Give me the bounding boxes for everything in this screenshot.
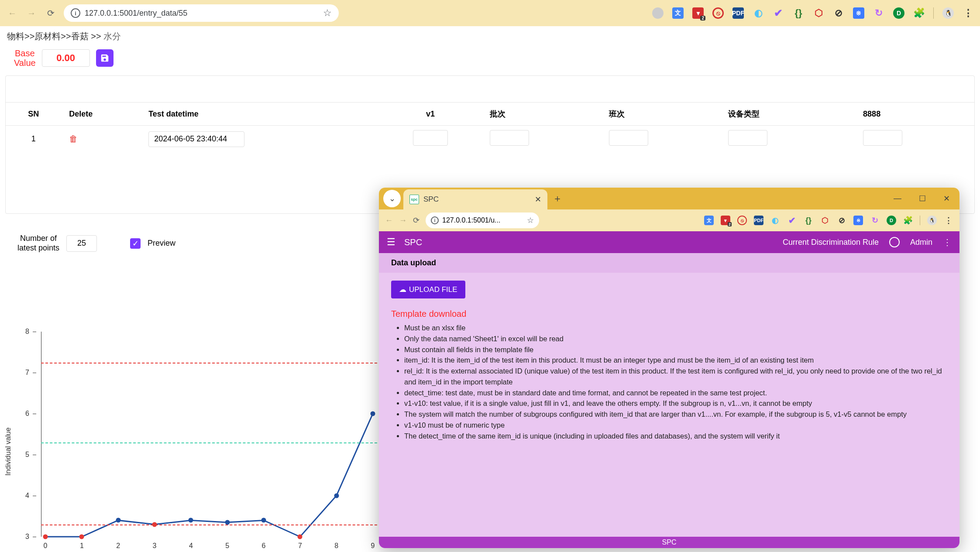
v1-input[interactable] <box>413 130 448 146</box>
chart-point[interactable] <box>225 520 230 525</box>
popup-reload-button[interactable]: ⟳ <box>413 216 420 225</box>
datetime-input[interactable]: 2024-06-05 23:40:44 <box>148 131 244 147</box>
new-tab-button[interactable]: ＋ <box>553 192 562 205</box>
chart-point[interactable] <box>334 494 339 498</box>
upload-button-label: UPLOAD FILE <box>409 285 457 294</box>
ext-icon-history[interactable]: ↻ <box>873 7 884 19</box>
chart-point[interactable] <box>116 518 120 523</box>
base-value-input[interactable]: 0.00 <box>42 49 90 67</box>
hamburger-menu-icon[interactable]: ☰ <box>387 237 395 248</box>
ext-icon-grey-circle[interactable] <box>652 7 664 19</box>
chart-point[interactable] <box>261 518 266 523</box>
ext-icon-green-d[interactable]: D <box>893 7 904 19</box>
chart-point[interactable] <box>152 522 157 527</box>
x-tick: 2 <box>116 542 120 550</box>
cell-device <box>720 126 855 153</box>
ext-icon-shield[interactable]: ⬡ <box>813 7 824 19</box>
num-points-input[interactable]: 25 <box>66 235 97 252</box>
ext-icon-green-braces[interactable]: {} <box>804 216 813 225</box>
popup-bookmark-star-icon[interactable]: ☆ <box>527 216 534 225</box>
maximize-icon[interactable]: ☐ <box>919 194 926 203</box>
panel-title: Data upload <box>379 253 959 273</box>
browser-menu-icon[interactable]: ⋮ <box>963 7 974 19</box>
ext-icon-blue-square[interactable]: ※ <box>853 7 864 19</box>
browser-tab[interactable]: spc SPC ✕ <box>403 189 547 209</box>
rules-list: Must be an xlsx fileOnly the data named … <box>404 322 947 441</box>
breadcrumb-seg-3[interactable]: 香菇 <box>71 31 89 41</box>
cell-8888 <box>855 126 974 153</box>
y-tick: 4 <box>25 492 29 500</box>
ext-icon-red-badge[interactable]: ▾2 <box>692 7 704 19</box>
app-title: SPC <box>404 237 422 247</box>
minimize-icon[interactable]: ― <box>894 194 901 203</box>
ext-icon-translate[interactable]: 文 <box>672 7 684 19</box>
bookmark-star-icon[interactable]: ☆ <box>323 7 332 19</box>
profile-avatar-icon[interactable]: 🐧 <box>942 7 954 19</box>
cell-shift <box>601 126 720 153</box>
theme-palette-icon[interactable] <box>889 237 900 247</box>
popup-titlebar[interactable]: ⌄ spc SPC ✕ ＋ ― ☐ ✕ <box>379 188 959 209</box>
ext-icon-blue-square[interactable]: ※ <box>853 216 863 225</box>
app-menu-icon[interactable]: ⋮ <box>943 237 952 247</box>
tab-search-button[interactable]: ⌄ <box>383 190 401 207</box>
c8888-input[interactable] <box>863 130 902 146</box>
cell-batch <box>482 126 601 153</box>
base-value-label: BaseValue <box>14 48 36 68</box>
breadcrumb-seg-2[interactable]: 原材料 <box>34 31 61 41</box>
ext-icon-green-d[interactable]: D <box>887 216 896 225</box>
chart-point[interactable] <box>371 411 375 416</box>
breadcrumb-seg-1[interactable]: 物料 <box>7 31 24 41</box>
ext-icon-block[interactable]: ⊘ <box>837 216 846 225</box>
ext-icon-swirl[interactable]: ◐ <box>753 7 764 19</box>
delete-row-icon[interactable]: 🗑 <box>69 134 78 144</box>
ext-icon-pdf[interactable]: PDF <box>732 7 744 19</box>
ext-icon-red-badge[interactable]: ▾2 <box>721 216 730 225</box>
ext-icon-block[interactable]: ⊘ <box>833 7 844 19</box>
popup-forward-button[interactable]: → <box>399 216 407 225</box>
template-download-link[interactable]: Template download <box>391 309 947 319</box>
forward-button[interactable]: → <box>25 7 38 19</box>
upload-file-button[interactable]: ☁UPLOAD FILE <box>391 281 465 298</box>
ext-icon-noentry[interactable]: ⦸ <box>737 216 747 225</box>
extensions-row: 文 ▾2 ⦸ PDF ◐ ✔ {} ⬡ ⊘ ※ ↻ D 🧩 🐧 ⋮ <box>652 7 974 19</box>
reference-line-lcl <box>41 525 377 525</box>
tab-close-icon[interactable]: ✕ <box>535 195 541 204</box>
back-button[interactable]: ← <box>6 7 18 19</box>
profile-avatar-icon[interactable]: 🐧 <box>927 216 937 225</box>
popup-back-button[interactable]: ← <box>385 216 393 225</box>
chart-point[interactable] <box>79 535 84 539</box>
tab-title: SPC <box>423 195 530 204</box>
discrimination-rule-link[interactable]: Current Discrimination Rule <box>783 238 879 247</box>
ext-icon-shield[interactable]: ⬡ <box>820 216 830 225</box>
ext-icon-swirl[interactable]: ◐ <box>770 216 780 225</box>
device-input[interactable] <box>728 130 767 146</box>
extensions-puzzle-icon[interactable]: 🧩 <box>903 216 913 225</box>
reload-button[interactable]: ⟳ <box>45 7 57 19</box>
save-button[interactable] <box>96 49 113 67</box>
ext-icon-check[interactable]: ✔ <box>787 216 797 225</box>
y-tick: 6 <box>25 410 29 418</box>
popup-site-info-icon[interactable]: i <box>431 216 439 224</box>
batch-input[interactable] <box>490 130 529 146</box>
ext-icon-check[interactable]: ✔ <box>773 7 784 19</box>
extensions-puzzle-icon[interactable]: 🧩 <box>913 7 925 19</box>
preview-checkbox[interactable]: ✓ <box>130 238 141 249</box>
reference-line-ucl <box>41 363 377 363</box>
chart-container: Individual value 3456780123456789 <box>6 327 382 552</box>
ext-icon-pdf[interactable]: PDF <box>754 216 763 225</box>
address-bar[interactable]: i 127.0.0.1:5001/entry_data/55 ☆ <box>64 4 339 22</box>
chart-point[interactable] <box>189 518 193 523</box>
ext-icon-translate[interactable]: 文 <box>704 216 714 225</box>
chart-point[interactable] <box>298 535 303 539</box>
ext-icon-history[interactable]: ↻ <box>870 216 880 225</box>
popup-browser-menu-icon[interactable]: ⋮ <box>944 216 953 225</box>
popup-address-bar[interactable]: i 127.0.0.1:5001/u... ☆ <box>426 213 539 228</box>
site-info-icon[interactable]: i <box>71 8 80 18</box>
th-batch: 批次 <box>482 103 601 126</box>
close-window-icon[interactable]: ✕ <box>943 194 950 203</box>
user-label[interactable]: Admin <box>910 238 932 247</box>
chart-point[interactable] <box>43 535 48 539</box>
shift-input[interactable] <box>609 130 648 146</box>
ext-icon-green-braces[interactable]: {} <box>793 7 804 19</box>
ext-icon-noentry[interactable]: ⦸ <box>712 7 724 19</box>
